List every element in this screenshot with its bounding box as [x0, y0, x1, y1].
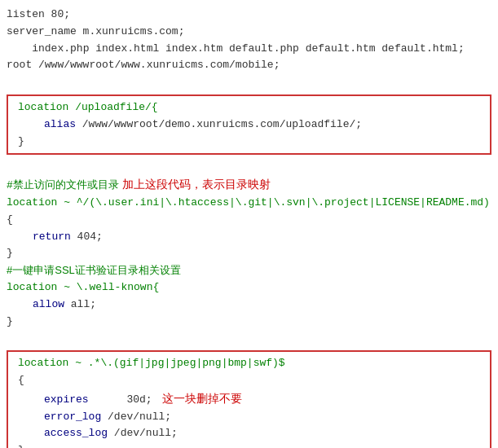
annotation-add-text: 加上这段代码，表示目录映射 [122, 175, 271, 193]
error-log1-value: /dev/null; [108, 409, 171, 426]
line-box1-alias: alias /www/wwwroot/demo.xunruicms.com/up… [8, 116, 490, 134]
line-blank1 [0, 74, 498, 91]
access-log1-spacer [108, 425, 114, 442]
highlight-box-2: location ~ .*\.(gif|jpg|jpeg|png|bmp|swf… [7, 350, 491, 448]
line-access-log1: access_log /dev/null; [8, 425, 490, 442]
line-comment-forbidden: #禁止访问的文件或目录 加上这段代码，表示目录映射 [0, 175, 498, 195]
code-viewer: listen 80; server_name m.xunruicms.com; … [0, 0, 498, 448]
line-listen: listen 80; [0, 7, 498, 24]
expires1-value: 30d; [126, 392, 152, 409]
annotation-delete-text: 这一块删掉不要 [162, 389, 242, 407]
line-error-log1: error_log /dev/null; [8, 409, 490, 426]
allow-kw: allow [33, 296, 71, 314]
error-log1-label: error_log [44, 409, 101, 426]
line-server-name: server_name m.xunruicms.com; [0, 24, 498, 41]
index-text: index.php index.html index.htm default.p… [7, 41, 465, 58]
loc-forbidden-text: location ~ ^/(\.user.ini|\.htaccess|\.gi… [7, 195, 490, 212]
line-box2-close: } [8, 442, 490, 448]
line-index: index.php index.html index.htm default.p… [0, 41, 498, 58]
line-close-brace1: } [0, 245, 498, 262]
root-text: root /www/wwwroot/www.xunruicms.com/mobi… [7, 57, 280, 74]
line-blank3 [0, 330, 498, 347]
access-log1-label: access_log [44, 425, 108, 442]
server-name-text: server_name m.xunruicms.com; [7, 24, 184, 41]
line-loc-wellknown: location ~ \.well-known{ [0, 279, 498, 296]
line-comment-ssl: #一键申请SSL证书验证目录相关设置 [0, 262, 498, 279]
comment-ssl-text: #一键申请SSL证书验证目录相关设置 [7, 262, 181, 279]
box1-location-text: location /uploadfile/{ [18, 99, 158, 116]
line-box1-location: location /uploadfile/{ [8, 99, 490, 116]
line-close-brace2: } [0, 314, 498, 331]
box2-location-text: location ~ .*\.(gif|jpg|jpeg|png|bmp|swf… [18, 355, 285, 372]
line-open-brace1: { [0, 212, 498, 229]
expires1-spacer [89, 392, 127, 409]
return404-val: 404; [77, 229, 103, 246]
line-box2-open: { [8, 372, 490, 389]
box1-alias-val: /www/wwwroot/demo.xunruicms.com/uploadfi… [82, 116, 362, 134]
access-log1-value: /dev/null; [114, 425, 178, 442]
line-box1-close: } [8, 134, 490, 151]
line-expires1: expires 30d; 这一块删掉不要 [8, 389, 490, 409]
highlight-box-1: location /uploadfile/{ alias /www/wwwroo… [7, 94, 491, 155]
box1-alias-kw: alias [44, 116, 82, 134]
line-loc-forbidden: location ~ ^/(\.user.ini|\.htaccess|\.gi… [0, 195, 498, 212]
line-allow-all: allow all; [0, 296, 498, 314]
allow-val: all; [71, 296, 96, 314]
listen-text: listen 80; [7, 7, 70, 24]
expires1-label: expires [44, 392, 89, 409]
line-box2-location: location ~ .*\.(gif|jpg|jpeg|png|bmp|swf… [8, 355, 490, 372]
loc-wellknown-text: location ~ \.well-known{ [7, 279, 159, 296]
line-return404: return 404; [0, 229, 498, 246]
return404-kw: return [33, 229, 77, 246]
comment-forbidden-text: #禁止访问的文件或目录 [7, 178, 119, 195]
error-log1-spacer [101, 409, 108, 426]
line-blank2 [0, 158, 498, 175]
line-root: root /www/wwwroot/www.xunruicms.com/mobi… [0, 57, 498, 74]
